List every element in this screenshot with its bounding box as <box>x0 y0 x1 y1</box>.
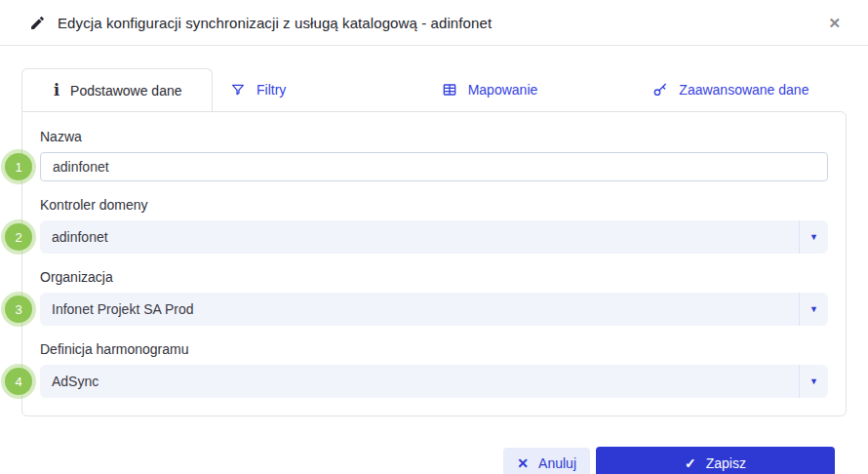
field-label-organizacja: Organizacja <box>40 269 828 285</box>
field-label-kontroler-domeny: Kontroler domeny <box>40 197 828 213</box>
tab-bar: i Podstawowe dane Filtry Mapowanie <box>21 68 847 111</box>
field-label-definicja-harmonogramu: Definicja harmonogramu <box>40 341 828 357</box>
step-badge-3: 3 <box>5 296 32 323</box>
selected-value: Infonet Projekt SA Prod <box>52 301 194 317</box>
edit-pencil-icon <box>29 15 46 31</box>
nazwa-input[interactable] <box>40 152 828 181</box>
dialog-title: Edycja konfiguracji synchronizacji z usł… <box>58 15 492 31</box>
dialog-footer: ✕ Anuluj ✓ Zapisz <box>21 416 847 474</box>
chevron-down-icon[interactable]: ▼ <box>799 365 828 398</box>
tab-podstawowe-dane[interactable]: i Podstawowe dane <box>21 68 213 111</box>
save-button[interactable]: ✓ Zapisz <box>596 447 835 474</box>
tab-filtry[interactable]: Filtry <box>213 68 424 111</box>
step-badge-2: 2 <box>5 223 32 251</box>
cancel-button-label: Anuluj <box>538 455 576 471</box>
filter-icon <box>230 82 246 98</box>
field-row-organizacja: 3 Infonet Projekt SA Prod ▼ <box>40 293 828 326</box>
table-icon <box>442 82 457 98</box>
selected-value: adinfonet <box>52 229 108 245</box>
dialog-header: Edycja konfiguracji synchronizacji z usł… <box>0 0 868 46</box>
tab-label: Zaawansowane dane <box>679 82 809 98</box>
form-panel: Nazwa 1 Kontroler domeny 2 adinfonet ▼ O… <box>21 111 847 416</box>
organizacja-select[interactable]: Infonet Projekt SA Prod ▼ <box>40 293 828 326</box>
key-icon <box>652 82 668 98</box>
save-button-label: Zapisz <box>706 455 746 471</box>
kontroler-domeny-select[interactable]: adinfonet ▼ <box>40 220 828 254</box>
tab-label: Filtry <box>256 82 286 98</box>
info-icon: i <box>54 83 59 99</box>
dialog-body: i Podstawowe dane Filtry Mapowanie <box>0 68 868 474</box>
close-icon[interactable]: ✕ <box>824 12 845 34</box>
field-row-nazwa: 1 <box>40 152 828 181</box>
step-badge-1: 1 <box>5 153 32 180</box>
tab-mapowanie[interactable]: Mapowanie <box>424 68 636 111</box>
tab-label: Mapowanie <box>468 82 538 98</box>
field-row-kontroler-domeny: 2 adinfonet ▼ <box>40 220 828 254</box>
chevron-down-icon[interactable]: ▼ <box>799 293 828 326</box>
cancel-button[interactable]: ✕ Anuluj <box>503 448 590 474</box>
field-row-definicja-harmonogramu: 4 AdSync ▼ <box>40 365 828 398</box>
tab-label: Podstawowe dane <box>70 83 181 99</box>
tab-zaawansowane-dane[interactable]: Zaawansowane dane <box>635 68 847 111</box>
selected-value: AdSync <box>52 374 99 389</box>
step-badge-4: 4 <box>5 368 32 395</box>
cancel-x-icon: ✕ <box>517 455 529 471</box>
field-label-nazwa: Nazwa <box>40 129 828 144</box>
check-icon: ✓ <box>685 455 696 471</box>
definicja-harmonogramu-select[interactable]: AdSync ▼ <box>40 365 828 398</box>
chevron-down-icon[interactable]: ▼ <box>799 220 828 254</box>
